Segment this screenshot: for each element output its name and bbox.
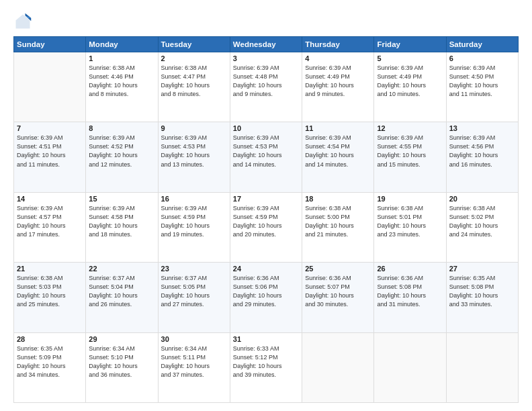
day-cell [14, 52, 86, 122]
day-cell: 11Sunrise: 6:39 AM Sunset: 4:54 PM Dayli… [302, 122, 374, 192]
day-number: 2 [161, 54, 227, 62]
day-number: 15 [89, 195, 154, 203]
day-cell: 10Sunrise: 6:39 AM Sunset: 4:53 PM Dayli… [230, 122, 302, 192]
day-info: Sunrise: 6:39 AM Sunset: 4:59 PM Dayligh… [161, 204, 227, 239]
day-cell: 3Sunrise: 6:39 AM Sunset: 4:48 PM Daylig… [230, 52, 302, 122]
day-number: 7 [17, 124, 83, 132]
col-header-sunday: Sunday [14, 37, 86, 52]
day-cell [302, 332, 374, 402]
day-number: 5 [377, 54, 443, 62]
day-number: 25 [305, 265, 371, 273]
day-info: Sunrise: 6:39 AM Sunset: 4:52 PM Dayligh… [89, 134, 154, 169]
header-row: SundayMondayTuesdayWednesdayThursdayFrid… [14, 37, 519, 52]
day-cell: 30Sunrise: 6:34 AM Sunset: 5:11 PM Dayli… [158, 332, 230, 402]
day-number: 28 [17, 335, 83, 343]
day-info: Sunrise: 6:39 AM Sunset: 4:51 PM Dayligh… [17, 134, 83, 169]
day-number: 23 [161, 265, 227, 273]
day-cell: 1Sunrise: 6:38 AM Sunset: 4:46 PM Daylig… [86, 52, 158, 122]
day-number: 11 [305, 124, 371, 132]
day-info: Sunrise: 6:39 AM Sunset: 4:56 PM Dayligh… [449, 134, 515, 169]
day-info: Sunrise: 6:39 AM Sunset: 4:59 PM Dayligh… [233, 204, 299, 239]
day-number: 13 [449, 124, 515, 132]
day-info: Sunrise: 6:39 AM Sunset: 4:50 PM Dayligh… [449, 64, 515, 99]
day-info: Sunrise: 6:36 AM Sunset: 5:07 PM Dayligh… [305, 274, 371, 309]
day-cell: 21Sunrise: 6:38 AM Sunset: 5:03 PM Dayli… [14, 263, 86, 332]
col-header-tuesday: Tuesday [158, 37, 230, 52]
day-number: 12 [377, 124, 443, 132]
col-header-saturday: Saturday [446, 37, 518, 52]
day-info: Sunrise: 6:39 AM Sunset: 4:49 PM Dayligh… [377, 64, 443, 99]
day-cell [374, 332, 446, 402]
day-cell: 24Sunrise: 6:36 AM Sunset: 5:06 PM Dayli… [230, 263, 302, 332]
day-info: Sunrise: 6:36 AM Sunset: 5:06 PM Dayligh… [233, 274, 299, 309]
day-info: Sunrise: 6:38 AM Sunset: 5:03 PM Dayligh… [17, 274, 83, 309]
day-info: Sunrise: 6:39 AM Sunset: 4:55 PM Dayligh… [377, 134, 443, 169]
logo-icon [13, 12, 32, 31]
day-number: 3 [233, 54, 299, 62]
day-info: Sunrise: 6:36 AM Sunset: 5:08 PM Dayligh… [377, 274, 443, 309]
day-info: Sunrise: 6:38 AM Sunset: 5:01 PM Dayligh… [377, 204, 443, 239]
day-cell: 27Sunrise: 6:35 AM Sunset: 5:08 PM Dayli… [446, 263, 518, 332]
week-row-3: 14Sunrise: 6:39 AM Sunset: 4:57 PM Dayli… [14, 192, 519, 262]
day-cell: 12Sunrise: 6:39 AM Sunset: 4:55 PM Dayli… [374, 122, 446, 192]
day-number: 14 [17, 195, 83, 203]
day-cell: 29Sunrise: 6:34 AM Sunset: 5:10 PM Dayli… [86, 332, 158, 402]
day-info: Sunrise: 6:34 AM Sunset: 5:11 PM Dayligh… [161, 345, 227, 379]
day-info: Sunrise: 6:38 AM Sunset: 4:47 PM Dayligh… [161, 64, 227, 99]
day-cell: 16Sunrise: 6:39 AM Sunset: 4:59 PM Dayli… [158, 192, 230, 262]
day-info: Sunrise: 6:38 AM Sunset: 4:46 PM Dayligh… [89, 64, 154, 99]
day-number: 31 [233, 335, 299, 343]
day-number: 24 [233, 265, 299, 273]
page: SundayMondayTuesdayWednesdayThursdayFrid… [0, 0, 532, 411]
day-number: 29 [89, 335, 154, 343]
day-cell: 23Sunrise: 6:37 AM Sunset: 5:05 PM Dayli… [158, 263, 230, 332]
day-cell: 15Sunrise: 6:39 AM Sunset: 4:58 PM Dayli… [86, 192, 158, 262]
day-cell: 25Sunrise: 6:36 AM Sunset: 5:07 PM Dayli… [302, 263, 374, 332]
day-cell: 6Sunrise: 6:39 AM Sunset: 4:50 PM Daylig… [446, 52, 518, 122]
day-info: Sunrise: 6:39 AM Sunset: 4:58 PM Dayligh… [89, 204, 154, 239]
day-cell: 26Sunrise: 6:36 AM Sunset: 5:08 PM Dayli… [374, 263, 446, 332]
col-header-thursday: Thursday [302, 37, 374, 52]
day-info: Sunrise: 6:35 AM Sunset: 5:09 PM Dayligh… [17, 345, 83, 379]
week-row-2: 7Sunrise: 6:39 AM Sunset: 4:51 PM Daylig… [14, 122, 519, 192]
day-info: Sunrise: 6:38 AM Sunset: 5:00 PM Dayligh… [305, 204, 371, 239]
day-number: 21 [17, 265, 83, 273]
header [13, 12, 519, 31]
week-row-1: 1Sunrise: 6:38 AM Sunset: 4:46 PM Daylig… [14, 52, 519, 122]
day-info: Sunrise: 6:33 AM Sunset: 5:12 PM Dayligh… [233, 345, 299, 379]
day-info: Sunrise: 6:39 AM Sunset: 4:57 PM Dayligh… [17, 204, 83, 239]
day-number: 17 [233, 195, 299, 203]
day-cell: 18Sunrise: 6:38 AM Sunset: 5:00 PM Dayli… [302, 192, 374, 262]
day-number: 9 [161, 124, 227, 132]
day-number: 1 [89, 54, 154, 62]
day-number: 19 [377, 195, 443, 203]
day-info: Sunrise: 6:39 AM Sunset: 4:53 PM Dayligh… [161, 134, 227, 169]
day-number: 18 [305, 195, 371, 203]
day-cell: 13Sunrise: 6:39 AM Sunset: 4:56 PM Dayli… [446, 122, 518, 192]
day-cell [446, 332, 518, 402]
day-cell: 20Sunrise: 6:38 AM Sunset: 5:02 PM Dayli… [446, 192, 518, 262]
day-number: 30 [161, 335, 227, 343]
day-number: 4 [305, 54, 371, 62]
day-info: Sunrise: 6:39 AM Sunset: 4:48 PM Dayligh… [233, 64, 299, 99]
day-number: 26 [377, 265, 443, 273]
day-info: Sunrise: 6:39 AM Sunset: 4:54 PM Dayligh… [305, 134, 371, 169]
week-row-5: 28Sunrise: 6:35 AM Sunset: 5:09 PM Dayli… [14, 332, 519, 402]
day-info: Sunrise: 6:39 AM Sunset: 4:53 PM Dayligh… [233, 134, 299, 169]
day-cell: 4Sunrise: 6:39 AM Sunset: 4:49 PM Daylig… [302, 52, 374, 122]
day-number: 6 [449, 54, 515, 62]
week-row-4: 21Sunrise: 6:38 AM Sunset: 5:03 PM Dayli… [14, 263, 519, 332]
day-cell: 2Sunrise: 6:38 AM Sunset: 4:47 PM Daylig… [158, 52, 230, 122]
col-header-wednesday: Wednesday [230, 37, 302, 52]
day-cell: 19Sunrise: 6:38 AM Sunset: 5:01 PM Dayli… [374, 192, 446, 262]
day-info: Sunrise: 6:39 AM Sunset: 4:49 PM Dayligh… [305, 64, 371, 99]
day-cell: 5Sunrise: 6:39 AM Sunset: 4:49 PM Daylig… [374, 52, 446, 122]
day-info: Sunrise: 6:34 AM Sunset: 5:10 PM Dayligh… [89, 345, 154, 379]
day-cell: 28Sunrise: 6:35 AM Sunset: 5:09 PM Dayli… [14, 332, 86, 402]
day-number: 20 [449, 195, 515, 203]
col-header-friday: Friday [374, 37, 446, 52]
day-info: Sunrise: 6:35 AM Sunset: 5:08 PM Dayligh… [449, 274, 515, 309]
day-cell: 7Sunrise: 6:39 AM Sunset: 4:51 PM Daylig… [14, 122, 86, 192]
calendar-table: SundayMondayTuesdayWednesdayThursdayFrid… [13, 36, 519, 403]
col-header-monday: Monday [86, 37, 158, 52]
